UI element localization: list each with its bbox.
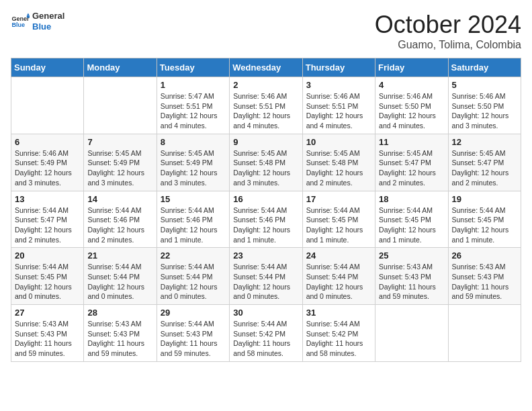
calendar-cell bbox=[11, 77, 84, 134]
calendar-cell: 18Sunrise: 5:44 AMSunset: 5:45 PMDayligh… bbox=[375, 191, 448, 248]
weekday-header-thursday: Thursday bbox=[302, 58, 375, 77]
weekday-header-monday: Monday bbox=[84, 58, 157, 77]
calendar-table: SundayMondayTuesdayWednesdayThursdayFrid… bbox=[11, 58, 521, 362]
calendar-cell: 16Sunrise: 5:44 AMSunset: 5:46 PMDayligh… bbox=[230, 191, 302, 248]
calendar-cell: 4Sunrise: 5:46 AMSunset: 5:50 PMDaylight… bbox=[375, 77, 448, 134]
day-number: 19 bbox=[452, 194, 517, 204]
day-number: 21 bbox=[87, 250, 152, 261]
day-number: 17 bbox=[306, 194, 371, 204]
weekday-header-friday: Friday bbox=[375, 58, 448, 77]
day-info: Sunrise: 5:44 AMSunset: 5:45 PMDaylight:… bbox=[306, 205, 371, 245]
day-info: Sunrise: 5:44 AMSunset: 5:46 PMDaylight:… bbox=[161, 205, 226, 245]
location-title: Guamo, Tolima, Colombia bbox=[375, 39, 521, 51]
day-number: 20 bbox=[15, 250, 80, 261]
calendar-week-row: 1Sunrise: 5:47 AMSunset: 5:51 PMDaylight… bbox=[11, 77, 521, 134]
calendar-cell: 12Sunrise: 5:45 AMSunset: 5:47 PMDayligh… bbox=[448, 134, 521, 191]
day-number: 22 bbox=[161, 250, 226, 261]
calendar-body: 1Sunrise: 5:47 AMSunset: 5:51 PMDaylight… bbox=[11, 77, 521, 362]
month-title: October 2024 bbox=[375, 11, 521, 39]
header: General Blue General Blue October 2024 G… bbox=[11, 11, 521, 51]
calendar-cell: 15Sunrise: 5:44 AMSunset: 5:46 PMDayligh… bbox=[157, 191, 229, 248]
calendar-cell: 3Sunrise: 5:46 AMSunset: 5:51 PMDaylight… bbox=[302, 77, 375, 134]
calendar-week-row: 27Sunrise: 5:43 AMSunset: 5:43 PMDayligh… bbox=[11, 305, 521, 362]
calendar-cell: 14Sunrise: 5:44 AMSunset: 5:46 PMDayligh… bbox=[84, 191, 157, 248]
day-info: Sunrise: 5:45 AMSunset: 5:48 PMDaylight:… bbox=[233, 148, 298, 188]
day-info: Sunrise: 5:44 AMSunset: 5:44 PMDaylight:… bbox=[87, 262, 152, 302]
svg-marker-3 bbox=[27, 15, 30, 17]
logo-text-blue: Blue bbox=[32, 21, 64, 32]
calendar-header-row: SundayMondayTuesdayWednesdayThursdayFrid… bbox=[11, 58, 521, 77]
title-area: October 2024 Guamo, Tolima, Colombia bbox=[375, 11, 521, 51]
day-info: Sunrise: 5:44 AMSunset: 5:42 PMDaylight:… bbox=[306, 319, 371, 359]
day-info: Sunrise: 5:43 AMSunset: 5:43 PMDaylight:… bbox=[379, 262, 444, 302]
calendar-cell: 29Sunrise: 5:44 AMSunset: 5:43 PMDayligh… bbox=[157, 305, 229, 362]
day-info: Sunrise: 5:46 AMSunset: 5:49 PMDaylight:… bbox=[15, 148, 80, 188]
calendar-cell: 21Sunrise: 5:44 AMSunset: 5:44 PMDayligh… bbox=[84, 248, 157, 305]
calendar-cell: 23Sunrise: 5:44 AMSunset: 5:44 PMDayligh… bbox=[230, 248, 302, 305]
day-number: 15 bbox=[161, 194, 226, 204]
day-info: Sunrise: 5:44 AMSunset: 5:43 PMDaylight:… bbox=[161, 319, 226, 359]
day-info: Sunrise: 5:44 AMSunset: 5:45 PMDaylight:… bbox=[379, 205, 444, 245]
day-info: Sunrise: 5:44 AMSunset: 5:46 PMDaylight:… bbox=[233, 205, 298, 245]
weekday-header-wednesday: Wednesday bbox=[230, 58, 302, 77]
day-info: Sunrise: 5:45 AMSunset: 5:47 PMDaylight:… bbox=[379, 148, 444, 188]
day-number: 24 bbox=[306, 250, 371, 261]
day-number: 23 bbox=[233, 250, 298, 261]
day-number: 6 bbox=[15, 137, 80, 147]
day-info: Sunrise: 5:44 AMSunset: 5:44 PMDaylight:… bbox=[161, 262, 226, 302]
day-info: Sunrise: 5:46 AMSunset: 5:50 PMDaylight:… bbox=[452, 91, 517, 131]
day-info: Sunrise: 5:46 AMSunset: 5:51 PMDaylight:… bbox=[233, 91, 298, 131]
day-number: 28 bbox=[87, 308, 152, 318]
day-info: Sunrise: 5:44 AMSunset: 5:44 PMDaylight:… bbox=[233, 262, 298, 302]
day-info: Sunrise: 5:46 AMSunset: 5:50 PMDaylight:… bbox=[379, 91, 444, 131]
day-number: 26 bbox=[452, 250, 517, 261]
day-number: 31 bbox=[306, 308, 371, 318]
day-info: Sunrise: 5:45 AMSunset: 5:48 PMDaylight:… bbox=[306, 148, 371, 188]
day-info: Sunrise: 5:44 AMSunset: 5:44 PMDaylight:… bbox=[306, 262, 371, 302]
day-number: 10 bbox=[306, 137, 371, 147]
day-number: 7 bbox=[87, 137, 152, 147]
calendar-cell: 1Sunrise: 5:47 AMSunset: 5:51 PMDaylight… bbox=[157, 77, 229, 134]
logo-icon: General Blue bbox=[11, 12, 30, 31]
day-info: Sunrise: 5:44 AMSunset: 5:45 PMDaylight:… bbox=[15, 262, 80, 302]
day-info: Sunrise: 5:43 AMSunset: 5:43 PMDaylight:… bbox=[15, 319, 80, 359]
day-number: 27 bbox=[15, 308, 80, 318]
day-number: 18 bbox=[379, 194, 444, 204]
calendar-cell: 27Sunrise: 5:43 AMSunset: 5:43 PMDayligh… bbox=[11, 305, 84, 362]
calendar-cell: 20Sunrise: 5:44 AMSunset: 5:45 PMDayligh… bbox=[11, 248, 84, 305]
calendar-cell: 8Sunrise: 5:45 AMSunset: 5:49 PMDaylight… bbox=[157, 134, 229, 191]
day-number: 3 bbox=[306, 80, 371, 90]
weekday-header-saturday: Saturday bbox=[448, 58, 521, 77]
weekday-header-sunday: Sunday bbox=[11, 58, 84, 77]
weekday-header-tuesday: Tuesday bbox=[157, 58, 229, 77]
day-number: 12 bbox=[452, 137, 517, 147]
calendar-cell bbox=[375, 305, 448, 362]
day-number: 2 bbox=[233, 80, 298, 90]
calendar-cell: 31Sunrise: 5:44 AMSunset: 5:42 PMDayligh… bbox=[302, 305, 375, 362]
day-info: Sunrise: 5:45 AMSunset: 5:49 PMDaylight:… bbox=[87, 148, 152, 188]
calendar-cell: 17Sunrise: 5:44 AMSunset: 5:45 PMDayligh… bbox=[302, 191, 375, 248]
day-info: Sunrise: 5:45 AMSunset: 5:49 PMDaylight:… bbox=[161, 148, 226, 188]
day-number: 8 bbox=[161, 137, 226, 147]
day-number: 11 bbox=[379, 137, 444, 147]
calendar-cell: 19Sunrise: 5:44 AMSunset: 5:45 PMDayligh… bbox=[448, 191, 521, 248]
day-info: Sunrise: 5:44 AMSunset: 5:46 PMDaylight:… bbox=[87, 205, 152, 245]
day-number: 13 bbox=[15, 194, 80, 204]
day-info: Sunrise: 5:43 AMSunset: 5:43 PMDaylight:… bbox=[452, 262, 517, 302]
calendar-cell: 7Sunrise: 5:45 AMSunset: 5:49 PMDaylight… bbox=[84, 134, 157, 191]
day-info: Sunrise: 5:44 AMSunset: 5:47 PMDaylight:… bbox=[15, 205, 80, 245]
calendar-cell bbox=[448, 305, 521, 362]
calendar-cell: 6Sunrise: 5:46 AMSunset: 5:49 PMDaylight… bbox=[11, 134, 84, 191]
day-info: Sunrise: 5:47 AMSunset: 5:51 PMDaylight:… bbox=[161, 91, 226, 131]
day-info: Sunrise: 5:46 AMSunset: 5:51 PMDaylight:… bbox=[306, 91, 371, 131]
svg-text:Blue: Blue bbox=[11, 21, 25, 28]
logo: General Blue General Blue bbox=[11, 11, 64, 32]
day-number: 25 bbox=[379, 250, 444, 261]
calendar-cell bbox=[84, 77, 157, 134]
calendar-cell: 2Sunrise: 5:46 AMSunset: 5:51 PMDaylight… bbox=[230, 77, 302, 134]
calendar-cell: 28Sunrise: 5:43 AMSunset: 5:43 PMDayligh… bbox=[84, 305, 157, 362]
day-number: 29 bbox=[161, 308, 226, 318]
day-number: 4 bbox=[379, 80, 444, 90]
day-info: Sunrise: 5:45 AMSunset: 5:47 PMDaylight:… bbox=[452, 148, 517, 188]
svg-marker-2 bbox=[27, 13, 30, 15]
